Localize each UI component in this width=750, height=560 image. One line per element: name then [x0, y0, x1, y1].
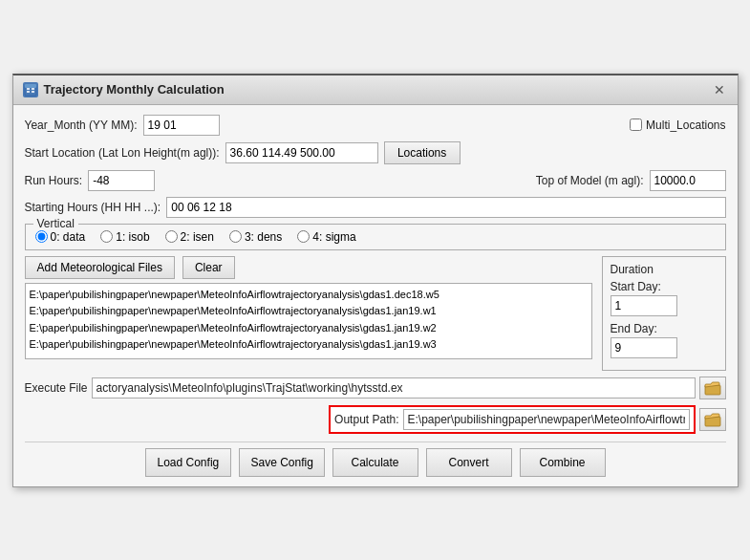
svg-rect-5 — [32, 91, 34, 93]
run-hours-row: Run Hours: Top of Model (m agl): — [25, 170, 726, 191]
met-file-list: E:\paper\pubilishingpaper\newpaper\Meteo… — [25, 283, 592, 359]
radio-3-label: 3: dens — [245, 230, 282, 244]
combine-button[interactable]: Combine — [520, 448, 606, 477]
radio-0-data[interactable] — [35, 230, 48, 243]
execute-file-browse-button[interactable] — [699, 377, 726, 399]
start-day-input[interactable] — [611, 295, 677, 316]
save-config-button[interactable]: Save Config — [239, 448, 325, 477]
radio-item-2: 2: isen — [165, 230, 214, 244]
execute-file-row: Execute File — [25, 377, 726, 399]
radio-4-label: 4: sigma — [312, 230, 355, 244]
met-file-item-1: E:\paper\pubilishingpaper\newpaper\Meteo… — [30, 287, 588, 304]
radio-3-dens[interactable] — [229, 230, 242, 243]
run-hours-input[interactable] — [88, 170, 155, 191]
title-bar: Trajectory Monthly Calculation ✕ — [13, 75, 738, 105]
execute-file-input[interactable] — [92, 377, 696, 398]
year-month-label: Year_Month (YY MM): — [25, 118, 138, 132]
convert-button[interactable]: Convert — [426, 448, 512, 477]
top-of-model-area: Top of Model (m agl): — [536, 170, 726, 191]
clear-button[interactable]: Clear — [182, 256, 235, 279]
locations-button[interactable]: Locations — [384, 141, 461, 164]
title-bar-left: Trajectory Monthly Calculation — [23, 82, 225, 97]
output-path-input[interactable] — [403, 409, 690, 430]
year-month-input[interactable] — [143, 115, 220, 136]
svg-rect-2 — [27, 88, 30, 90]
window-title: Trajectory Monthly Calculation — [44, 82, 225, 97]
radio-2-label: 2: isen — [181, 230, 214, 244]
starting-hours-input[interactable] — [166, 197, 725, 218]
year-month-row: Year_Month (YY MM): Multi_Locations — [25, 115, 726, 136]
start-location-row: Start Location (Lat Lon Height(m agl)): … — [25, 141, 726, 164]
starting-hours-row: Starting Hours (HH HH ...): — [25, 197, 726, 218]
duration-box: Duration Start Day: End Day: — [602, 256, 726, 371]
load-config-button[interactable]: Load Config — [145, 448, 231, 477]
output-path-browse-button[interactable] — [699, 408, 726, 431]
dialog-content: Year_Month (YY MM): Multi_Locations Star… — [13, 105, 738, 486]
svg-rect-4 — [27, 91, 30, 93]
svg-rect-1 — [25, 84, 36, 88]
bottom-buttons-row: Load Config Save Config Calculate Conver… — [25, 448, 726, 477]
radio-2-isen[interactable] — [165, 230, 178, 243]
top-of-model-input[interactable] — [650, 170, 726, 191]
radio-4-sigma[interactable] — [297, 230, 310, 243]
radio-1-isob[interactable] — [100, 230, 113, 243]
start-location-label: Start Location (Lat Lon Height(m agl)): — [25, 146, 220, 160]
execute-file-label: Execute File — [25, 381, 88, 395]
dialog-window: Trajectory Monthly Calculation ✕ Year_Mo… — [12, 74, 739, 487]
output-path-row: Output Path: — [25, 405, 726, 434]
met-file-item-4: E:\paper\pubilishingpaper\newpaper\Meteo… — [30, 336, 588, 354]
start-location-input[interactable] — [225, 142, 378, 163]
output-path-label: Output Path: — [334, 413, 398, 426]
close-button[interactable]: ✕ — [711, 81, 728, 98]
calculate-button[interactable]: Calculate — [332, 448, 418, 477]
start-day-label: Start Day: — [611, 280, 718, 293]
radio-group: 0: data 1: isob 2: isen 3: dens 4: sigma — [35, 230, 716, 244]
multi-locations-label: Multi_Locations — [646, 118, 725, 132]
multi-locations-checkbox[interactable] — [630, 118, 642, 131]
svg-rect-3 — [32, 88, 34, 90]
radio-item-4: 4: sigma — [297, 230, 355, 244]
app-icon — [23, 82, 38, 97]
separator — [25, 442, 726, 442]
left-panel: Add Meteorological Files Clear E:\paper\… — [25, 256, 592, 371]
end-day-field: End Day: — [611, 322, 718, 358]
duration-title: Duration — [611, 263, 718, 276]
starting-hours-label: Starting Hours (HH HH ...): — [25, 201, 161, 214]
radio-1-label: 1: isob — [116, 230, 149, 244]
main-area: Add Meteorological Files Clear E:\paper\… — [25, 256, 726, 371]
vertical-section: Vertical 0: data 1: isob 2: isen 3: dens — [25, 224, 726, 250]
top-of-model-label: Top of Model (m agl): — [536, 174, 644, 187]
duration-panel: Duration Start Day: End Day: — [602, 256, 726, 371]
met-buttons-row: Add Meteorological Files Clear — [25, 256, 592, 279]
multi-locations-area: Multi_Locations — [630, 118, 725, 132]
met-file-item-2: E:\paper\pubilishingpaper\newpaper\Meteo… — [30, 303, 588, 320]
radio-item-0: 0: data — [35, 230, 86, 244]
start-day-field: Start Day: — [611, 280, 718, 316]
end-day-input[interactable] — [611, 337, 677, 358]
vertical-legend: Vertical — [33, 217, 78, 230]
radio-item-3: 3: dens — [229, 230, 282, 244]
output-path-inner: Output Path: — [329, 405, 695, 434]
end-day-label: End Day: — [611, 322, 718, 335]
add-meteorological-button[interactable]: Add Meteorological Files — [25, 256, 175, 279]
met-file-item-3: E:\paper\pubilishingpaper\newpaper\Meteo… — [30, 320, 588, 337]
radio-item-1: 1: isob — [100, 230, 149, 244]
radio-0-label: 0: data — [51, 230, 86, 244]
run-hours-label: Run Hours: — [25, 174, 83, 187]
